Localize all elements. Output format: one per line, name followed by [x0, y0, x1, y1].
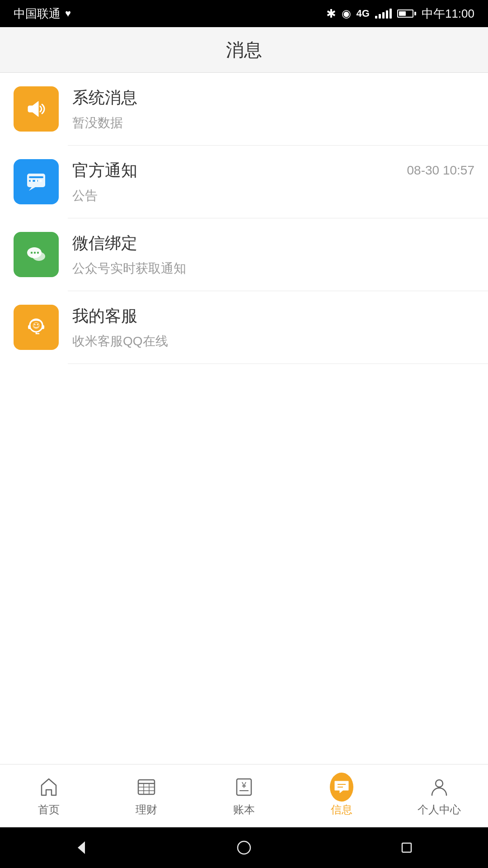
home-icon	[37, 775, 61, 799]
battery-icon	[397, 9, 416, 18]
signal-bars-icon	[375, 9, 392, 19]
svg-rect-32	[402, 843, 411, 852]
page-title: 消息	[226, 38, 262, 62]
system-message-content: 系统消息 暂没数据	[72, 87, 474, 132]
speaker-icon	[23, 95, 50, 123]
status-left: 中国联通 ♥	[14, 6, 71, 22]
network-label: 4G	[357, 8, 370, 19]
svg-point-4	[35, 180, 38, 182]
svg-rect-16	[28, 325, 31, 329]
nav-label-account: 账本	[233, 802, 255, 817]
system-navigation-bar	[0, 827, 488, 868]
svg-point-15	[37, 324, 38, 326]
message-item-service[interactable]: 我的客服 收米客服QQ在线	[0, 291, 488, 363]
customer-service-icon	[14, 305, 59, 350]
page-header: 消息	[0, 27, 488, 72]
official-notice-content: 官方通知 08-30 10:57 公告	[72, 160, 474, 204]
chat-icon	[23, 168, 50, 195]
finance-icon	[135, 775, 158, 799]
svg-point-31	[238, 841, 250, 854]
message-nav-icon	[330, 775, 353, 799]
svg-point-8	[31, 252, 33, 254]
account-icon: ¥	[232, 775, 256, 799]
official-notice-icon	[14, 159, 59, 204]
bluetooth-icon: ✱	[326, 7, 336, 21]
system-message-subtitle: 暂没数据	[72, 114, 474, 132]
customer-service-title-row: 我的客服	[72, 305, 474, 327]
wechat-icon	[23, 241, 50, 268]
official-notice-time: 08-30 10:57	[407, 163, 474, 178]
message-item-official[interactable]: 官方通知 08-30 10:57 公告	[0, 146, 488, 218]
svg-text:¥: ¥	[241, 781, 247, 790]
recents-button[interactable]	[393, 834, 420, 861]
svg-point-5	[40, 180, 42, 182]
wechat-binding-icon	[14, 232, 59, 277]
bottom-navigation: 首页 理财 ¥ 账本	[0, 764, 488, 827]
divider-4	[68, 363, 488, 364]
official-notice-subtitle: 公告	[72, 187, 474, 204]
nav-item-finance[interactable]: 理财	[98, 775, 195, 817]
heart-icon: ♥	[65, 8, 71, 19]
svg-marker-30	[78, 841, 85, 854]
message-item-system[interactable]: 系统消息 暂没数据	[0, 73, 488, 145]
profile-icon	[427, 775, 451, 799]
home-button[interactable]	[230, 834, 258, 861]
wechat-binding-content: 微信绑定 公众号实时获取通知	[72, 232, 474, 277]
time-label: 中午11:00	[422, 6, 474, 22]
customer-service-subtitle: 收米客服QQ在线	[72, 333, 474, 350]
customer-service-title: 我的客服	[72, 305, 137, 327]
system-message-title: 系统消息	[72, 87, 137, 109]
status-bar: 中国联通 ♥ ✱ ◉ 4G 中午11:00	[0, 0, 488, 27]
customer-service-content: 我的客服 收米客服QQ在线	[72, 305, 474, 350]
svg-point-9	[34, 252, 36, 254]
nav-label-profile: 个人中心	[418, 802, 461, 817]
system-message-title-row: 系统消息	[72, 87, 474, 109]
eye-icon: ◉	[342, 7, 351, 20]
nav-item-account[interactable]: ¥ 账本	[195, 775, 293, 817]
system-message-icon	[14, 86, 59, 132]
wechat-binding-subtitle: 公众号实时获取通知	[72, 260, 474, 277]
message-list: 系统消息 暂没数据 官方通知 08-30 10:57 公告	[0, 73, 488, 764]
nav-label-finance: 理财	[136, 802, 157, 817]
nav-item-home[interactable]: 首页	[0, 775, 98, 817]
nav-item-profile[interactable]: 个人中心	[390, 775, 488, 817]
official-notice-title: 官方通知	[72, 160, 137, 182]
wechat-binding-title-row: 微信绑定	[72, 232, 474, 255]
svg-point-3	[31, 180, 33, 182]
message-bubble	[330, 773, 353, 802]
nav-item-message[interactable]: 信息	[293, 775, 390, 817]
nav-label-message: 信息	[331, 802, 352, 817]
message-item-wechat[interactable]: 微信绑定 公众号实时获取通知	[0, 218, 488, 291]
svg-point-14	[34, 324, 36, 326]
carrier-label: 中国联通	[14, 6, 61, 22]
headset-icon	[23, 314, 50, 341]
wechat-binding-title: 微信绑定	[72, 232, 137, 255]
status-right: ✱ ◉ 4G 中午11:00	[326, 6, 474, 22]
official-notice-title-row: 官方通知 08-30 10:57	[72, 160, 474, 182]
back-button[interactable]	[68, 834, 95, 861]
svg-rect-1	[29, 176, 43, 178]
nav-label-home: 首页	[38, 802, 60, 817]
svg-point-10	[37, 252, 39, 254]
svg-rect-17	[42, 325, 44, 329]
svg-point-29	[436, 780, 443, 787]
